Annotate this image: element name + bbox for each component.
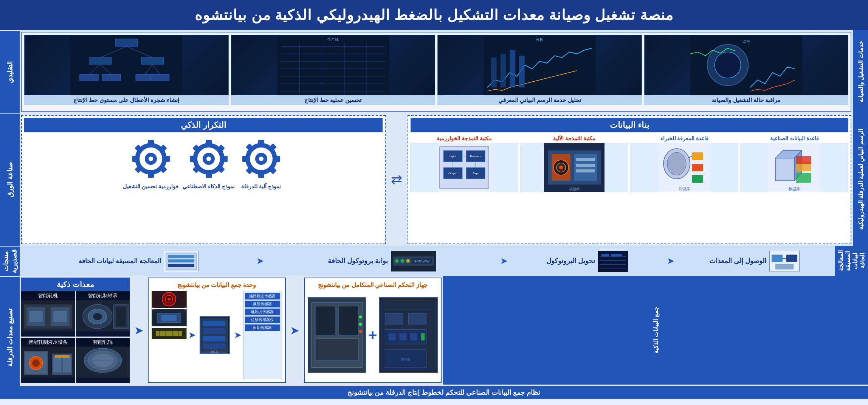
- svg-rect-38: [775, 158, 794, 181]
- svg-rect-50: [692, 175, 703, 183]
- center-content: خدمات التشغيل والصيانة: [20, 30, 868, 399]
- svg-point-198: [32, 359, 40, 367]
- svg-rect-27: [89, 57, 112, 64]
- svg-rect-6: [501, 54, 506, 87]
- svg-point-100: [206, 157, 211, 161]
- svg-rect-62: [576, 169, 595, 172]
- title-model-auto: مكتبة التمذجة الآلية: [553, 135, 595, 141]
- svg-point-47: [667, 152, 686, 175]
- card-model-algo: مكتبة التمذجة الخوارزمية: [411, 135, 518, 192]
- svg-rect-143: [389, 333, 396, 340]
- svg-rect-202: [55, 355, 70, 358]
- svg-text:模型库: 模型库: [569, 187, 580, 191]
- card-db-experts: قاعدة المعرفة للخبراء: [631, 135, 738, 192]
- svg-rect-10: [277, 35, 389, 95]
- svg-text:知识库: 知识库: [679, 187, 690, 191]
- gear-label-algo: خوارزمية تحسين التشغيل: [123, 183, 179, 190]
- card-monitoring: 监控 مراقبة حالة التشغيل والصيانة: [644, 35, 849, 105]
- svg-rect-49: [692, 164, 703, 171]
- equip-roll: 智能轧辊: [76, 338, 130, 383]
- equip-hydraulic: 智能轧制液压设备: [21, 338, 75, 383]
- svg-rect-187: [29, 311, 43, 322]
- svg-point-112: [149, 157, 153, 161]
- page-header: منصة تشغيل وصيانة معدات التشكيل بالضغط ا…: [0, 0, 868, 30]
- svg-rect-91: [206, 140, 212, 145]
- card-fault-tree: إنشاء شجرة الأعطال على مستوى خط الإنتاج: [24, 35, 229, 105]
- svg-rect-5: [491, 57, 497, 87]
- svg-rect-60: [576, 158, 595, 161]
- title-db-industrial: قاعدة البيانات الصناعية: [770, 135, 819, 141]
- gear-mechanism: .gt{fill:#2255b8;}.gtc{fill:white;}: [239, 136, 284, 190]
- svg-rect-24: [115, 39, 138, 47]
- svg-rect-82: [275, 156, 280, 162]
- svg-text:GATEWAY: GATEWAY: [414, 259, 430, 263]
- svg-rect-106: [164, 156, 170, 162]
- svg-rect-28: [141, 57, 164, 64]
- svg-text:采集器: 采集器: [210, 351, 218, 353]
- svg-rect-152: [339, 306, 358, 335]
- left-label-ops: خدمات التشغيل والصيانة: [853, 30, 868, 113]
- svg-point-129: [406, 259, 410, 263]
- label-protocol-access: الوصول إلى المعدات: [709, 257, 766, 265]
- label-card-fault-tree: إنشاء شجرة الأعطال على مستوى خط الإنتاج: [24, 95, 229, 105]
- svg-rect-160: [203, 328, 225, 334]
- svg-rect-105: [132, 156, 137, 162]
- card-production: 生产线 تحسين عملية خط الإنتاج: [231, 35, 436, 105]
- svg-rect-145: [410, 333, 417, 340]
- label-protocol-gateway: بوابة بروتوكول الحافة: [328, 257, 388, 265]
- svg-rect-170: [161, 315, 177, 321]
- svg-rect-43: [796, 156, 811, 164]
- svg-rect-80: [258, 172, 264, 178]
- svg-rect-36: [150, 74, 169, 81]
- page-title: منصة تشغيل وصيانة معدات التشكيل بالضغط ا…: [195, 7, 673, 23]
- sidebar-label-mfg: تصنيع معدات الدرفلة: [0, 276, 20, 399]
- svg-rect-8: [519, 56, 525, 87]
- svg-point-59: [559, 166, 563, 169]
- svg-rect-162: [203, 343, 225, 349]
- label-protocol-convert: تحويل البروتوكول: [546, 257, 595, 265]
- panel-title-controller: جهاز التحكم الصناعي المتكامل من بيانتشون…: [308, 281, 438, 289]
- protocol-item-convert: تحويل البروتوكول: [511, 251, 664, 272]
- svg-rect-153: [315, 339, 358, 360]
- svg-rect-103: [148, 140, 154, 145]
- protocol-item-preprocess: المعالجة المسبقة لبيانات الحافة: [23, 251, 253, 272]
- svg-rect-92: [206, 172, 212, 178]
- svg-text:Input: Input: [450, 155, 457, 158]
- svg-rect-151: [315, 306, 335, 335]
- svg-text:Output: Output: [448, 172, 458, 175]
- svg-rect-61: [576, 164, 595, 167]
- svg-text:生产线: 生产线: [327, 37, 339, 42]
- svg-rect-182: [116, 307, 126, 327]
- svg-rect-93: [190, 156, 195, 162]
- sidebar-label-products: منتجات قصديرية: [0, 246, 20, 276]
- svg-text:分析: 分析: [536, 37, 543, 42]
- left-label-collect: جمع البيانات الذكية: [443, 276, 868, 385]
- svg-rect-94: [222, 156, 228, 162]
- svg-text:数据库: 数据库: [789, 187, 800, 191]
- svg-rect-81: [242, 156, 248, 162]
- left-label-hydro: الرسم البياني لعملية الدرفلة الهيدروليكي…: [853, 113, 868, 246]
- protocol-item-access: الوصول إلى المعدات: [677, 251, 831, 272]
- svg-point-156: [359, 330, 362, 333]
- protocol-item-gateway: GATEWAY بوابة بروتوكول الحافة: [267, 251, 497, 272]
- svg-point-128: [401, 259, 405, 263]
- svg-text:Algo: Algo: [473, 172, 479, 175]
- card-knowledge: 分析 تحليل خدمة الرسم البياني المعرفي: [437, 35, 642, 105]
- svg-rect-144: [400, 333, 407, 340]
- label-protocol-preprocess: المعالجة المسبقة لبيانات الحافة: [79, 257, 161, 265]
- svg-point-2: [715, 52, 741, 78]
- svg-rect-188: [53, 311, 67, 322]
- svg-rect-135: [168, 259, 194, 262]
- svg-rect-141: [409, 313, 427, 324]
- main-container: منصة تشغيل وصيانة معدات التشكيل بالضغط ا…: [0, 0, 868, 399]
- footer-bar: نظام جمع البيانات الصناعي للتحكم لخطوط إ…: [20, 386, 868, 399]
- svg-rect-159: [203, 321, 225, 326]
- svg-rect-161: [203, 336, 225, 341]
- svg-point-127: [395, 259, 399, 263]
- svg-text:控制器: 控制器: [401, 358, 410, 361]
- gear-label-mechanism: نموذج آلية للدرفلة: [241, 183, 281, 190]
- svg-point-167: [167, 298, 170, 301]
- gear-label-ai: نموذج الذكاء الاصطناعي: [183, 183, 235, 190]
- title-db-experts: قاعدة المعرفة للخبراء: [660, 135, 709, 141]
- svg-rect-200: [53, 356, 61, 372]
